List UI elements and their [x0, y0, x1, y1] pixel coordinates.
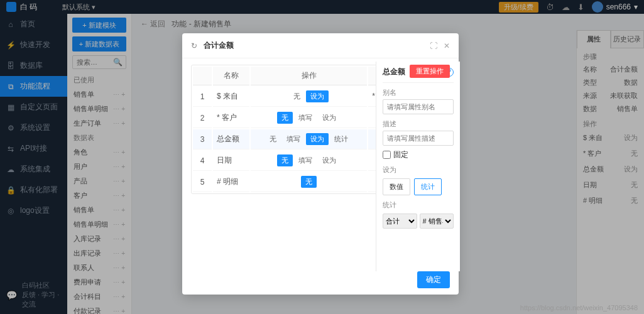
modal-title: 合计金额 [204, 40, 423, 51]
row-ops: 无填写设为 [251, 151, 367, 171]
setas-label: 设为 [383, 165, 454, 175]
row-num: 3 [193, 129, 212, 149]
property-title: 总金额 [383, 67, 405, 77]
alias-label: 别名 [383, 88, 454, 97]
row-name: $ 来自 [213, 87, 249, 107]
alias-input[interactable] [383, 99, 454, 114]
desc-input[interactable] [383, 131, 454, 146]
row-name: 总金额 [213, 129, 249, 149]
stat-agg-select[interactable]: 合计 [383, 214, 417, 229]
stat-field-select[interactable]: # 销售单明细 / 小… [420, 214, 454, 229]
row-ops: 无设为 [251, 87, 367, 107]
row-num: 2 [193, 108, 212, 128]
row-ops: 无填写设为 [251, 108, 367, 128]
op-pill[interactable]: 设为 [318, 112, 341, 124]
op-pill[interactable]: 设为 [306, 133, 329, 145]
ok-button[interactable]: 确定 [417, 271, 450, 288]
row-num: 4 [193, 151, 212, 171]
watermark: https://blog.csdn.net/weixin_47095348 [520, 304, 638, 311]
op-pill[interactable]: 填写 [294, 112, 317, 124]
fixed-checkbox[interactable] [383, 151, 391, 159]
row-name: 日期 [213, 151, 249, 171]
opt-stat[interactable]: 统计 [414, 178, 442, 195]
op-pill[interactable]: 无 [277, 154, 293, 166]
row-ops: 无 [251, 172, 367, 192]
col-op: 操作 [251, 67, 367, 85]
row-num: 5 [193, 172, 212, 192]
row-num: 1 [193, 87, 212, 107]
stat-label: 统计 [383, 200, 454, 210]
desc-label: 描述 [383, 119, 454, 129]
fixed-label: 固定 [393, 149, 408, 160]
op-pill[interactable]: 填写 [294, 154, 317, 166]
reload-icon[interactable]: ↻ [191, 41, 197, 50]
expand-icon[interactable]: ⛶ [430, 41, 437, 50]
row-ops: 无填写设为统计 [251, 129, 367, 149]
close-icon[interactable]: ✕ [444, 41, 450, 50]
col-name: 名称 [213, 67, 249, 85]
row-name: * 客户 [213, 108, 249, 128]
op-pill[interactable]: 设为 [318, 154, 341, 166]
op-pill[interactable]: 统计 [330, 133, 352, 145]
opt-number[interactable]: 数值 [383, 178, 410, 195]
row-name: # 明细 [213, 172, 249, 192]
op-pill[interactable]: 填写 [282, 133, 305, 145]
reset-button[interactable]: 重置操作 [410, 65, 450, 78]
op-pill[interactable]: 无 [265, 133, 281, 145]
op-pill[interactable]: 无 [277, 112, 293, 124]
op-pill[interactable]: 无 [301, 176, 317, 188]
step-property-panel: 总金额 ? 别名 描述 固定 设为 数值 统计 统计 合计 # 销售单明细 / … [376, 62, 460, 271]
op-pill[interactable]: 设为 [306, 90, 329, 102]
op-pill[interactable]: 无 [289, 90, 305, 102]
